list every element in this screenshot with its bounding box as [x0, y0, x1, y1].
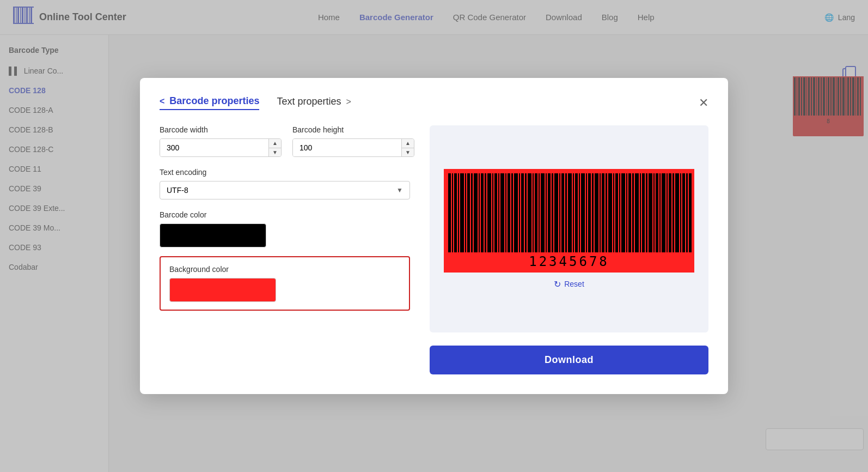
svg-rect-90 [602, 173, 604, 252]
svg-rect-55 [485, 173, 486, 252]
svg-rect-110 [669, 173, 671, 252]
reset-button[interactable]: ↻ Reset [554, 279, 584, 289]
svg-rect-46 [454, 173, 457, 252]
svg-rect-85 [586, 173, 587, 252]
svg-rect-78 [561, 173, 564, 252]
svg-rect-49 [465, 173, 466, 252]
svg-rect-105 [653, 173, 655, 252]
svg-rect-109 [667, 173, 668, 252]
svg-rect-61 [505, 173, 506, 252]
svg-rect-72 [541, 173, 545, 252]
barcode-height-increment[interactable]: ▲ [402, 139, 414, 148]
svg-rect-56 [487, 173, 491, 252]
svg-rect-74 [548, 173, 551, 252]
barcode-height-input-wrap: ▲ ▼ [292, 138, 414, 157]
svg-rect-44 [448, 173, 451, 252]
background-color-swatch[interactable] [169, 278, 276, 302]
svg-rect-71 [539, 173, 540, 252]
svg-rect-73 [546, 173, 547, 252]
barcode-width-field: Barcode width ▲ ▼ [160, 125, 282, 157]
svg-rect-81 [573, 173, 574, 252]
svg-rect-82 [575, 173, 578, 252]
svg-rect-76 [554, 173, 558, 252]
svg-rect-77 [559, 173, 560, 252]
svg-rect-115 [686, 173, 688, 252]
tab-barcode-properties-label: Barcode properties [169, 95, 259, 106]
reset-icon: ↻ [554, 279, 561, 289]
svg-rect-107 [659, 173, 661, 252]
svg-rect-84 [581, 173, 585, 252]
modal-header: < Barcode properties Text properties > ✕ [160, 95, 708, 110]
width-height-group: Barcode width ▲ ▼ Barcode height [160, 125, 410, 157]
svg-rect-62 [508, 173, 510, 252]
svg-rect-89 [600, 173, 601, 252]
svg-rect-113 [680, 173, 681, 252]
modal-body: Barcode width ▲ ▼ Barcode height [160, 125, 708, 374]
background-color-box: Background color [160, 256, 410, 311]
svg-rect-66 [521, 173, 524, 252]
barcode-height-decrement[interactable]: ▼ [402, 148, 414, 157]
svg-rect-53 [479, 173, 480, 252]
modal-dialog: < Barcode properties Text properties > ✕… [140, 78, 728, 394]
svg-rect-99 [632, 173, 634, 252]
background-color-label: Background color [169, 265, 400, 274]
svg-rect-58 [494, 173, 497, 252]
svg-rect-65 [519, 173, 520, 252]
tab-barcode-properties[interactable]: < Barcode properties [160, 95, 259, 110]
svg-rect-83 [579, 173, 580, 252]
barcode-height-spinners: ▲ ▼ [401, 139, 414, 156]
barcode-height-input[interactable] [293, 139, 401, 156]
text-encoding-label: Text encoding [160, 168, 410, 177]
barcode-width-input-wrap: ▲ ▼ [160, 138, 282, 157]
barcode-color-label: Barcode color [160, 210, 410, 219]
svg-rect-93 [613, 173, 614, 252]
svg-rect-101 [640, 173, 641, 252]
svg-text:12345678: 12345678 [529, 254, 609, 269]
svg-rect-75 [552, 173, 553, 252]
svg-rect-96 [621, 173, 625, 252]
svg-rect-91 [606, 173, 607, 252]
svg-rect-100 [635, 173, 639, 252]
svg-rect-60 [500, 173, 504, 252]
svg-rect-54 [481, 173, 484, 252]
svg-rect-103 [646, 173, 647, 252]
svg-rect-106 [656, 173, 658, 252]
svg-rect-108 [662, 173, 665, 252]
barcode-width-decrement[interactable]: ▼ [269, 148, 281, 157]
barcode-color-swatch[interactable] [160, 223, 266, 247]
barcode-height-field: Barcode height ▲ ▼ [292, 125, 414, 157]
svg-rect-97 [626, 173, 627, 252]
svg-rect-47 [458, 173, 459, 252]
svg-rect-57 [492, 173, 493, 252]
modal-tabs: < Barcode properties Text properties > [160, 95, 351, 110]
svg-rect-51 [471, 173, 473, 252]
svg-rect-88 [595, 173, 598, 252]
download-button[interactable]: Download [430, 346, 708, 374]
reset-label: Reset [564, 280, 584, 288]
text-encoding-select[interactable]: UTF-8 ISO-8859-1 ASCII [167, 186, 396, 195]
svg-rect-86 [588, 173, 591, 252]
text-encoding-select-wrap[interactable]: UTF-8 ISO-8859-1 ASCII ▼ [160, 181, 410, 199]
svg-rect-98 [628, 173, 631, 252]
svg-rect-67 [525, 173, 527, 252]
text-encoding-field: Text encoding UTF-8 ISO-8859-1 ASCII ▼ [160, 168, 410, 199]
modal-right-panel: 12345678 ↻ Reset Download [430, 125, 708, 374]
svg-rect-112 [675, 173, 679, 252]
svg-rect-45 [452, 173, 453, 252]
tab-text-properties-label: Text properties [277, 96, 341, 107]
modal-left-panel: Barcode width ▲ ▼ Barcode height [160, 125, 410, 374]
svg-rect-102 [642, 173, 645, 252]
tab-left-arrow: < [160, 96, 164, 106]
svg-rect-59 [498, 173, 499, 252]
modal-close-button[interactable]: ✕ [699, 97, 708, 109]
svg-rect-79 [565, 173, 567, 252]
barcode-width-input[interactable] [160, 139, 268, 156]
barcode-height-label: Barcode height [292, 125, 414, 134]
barcode-color-field: Barcode color [160, 210, 410, 247]
tab-text-properties[interactable]: Text properties > [277, 96, 351, 110]
barcode-preview: 12345678 [444, 169, 694, 275]
barcode-width-increment[interactable]: ▲ [269, 139, 281, 148]
svg-rect-69 [533, 173, 534, 252]
barcode-width-spinners: ▲ ▼ [268, 139, 281, 156]
tab-right-arrow: > [346, 97, 351, 106]
